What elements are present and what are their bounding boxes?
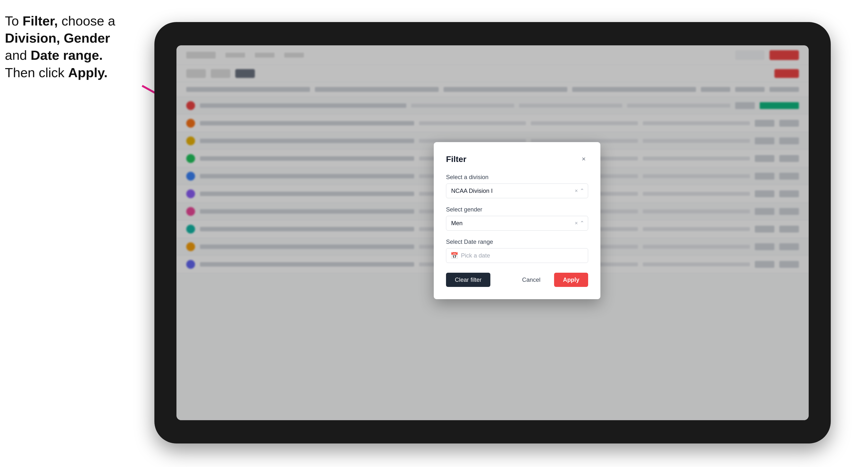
modal-footer: Clear filter Cancel Apply (446, 273, 588, 287)
clear-filter-button[interactable]: Clear filter (446, 273, 490, 287)
division-label: Select a division (446, 174, 588, 181)
instruction-then: Then click (5, 65, 68, 80)
date-input-wrapper: 📅 Pick a date (446, 248, 588, 263)
modal-overlay: Filter × Select a division NCAA Division… (177, 45, 809, 420)
division-select[interactable]: NCAA Division I NCAA Division II NCAA Di… (446, 184, 588, 198)
gender-select-wrapper: Men Women Co-ed × ⌃ (446, 216, 588, 230)
filter-modal: Filter × Select a division NCAA Division… (434, 142, 600, 299)
instruction-division-bold: Division, Gender (5, 31, 110, 45)
instruction-apply-bold: Apply. (68, 65, 107, 80)
modal-title: Filter (446, 154, 466, 164)
modal-footer-right: Cancel Apply (514, 273, 588, 287)
instruction-daterange-bold: Date range. (31, 48, 103, 62)
calendar-icon: 📅 (451, 252, 458, 259)
division-select-wrapper: NCAA Division I NCAA Division II NCAA Di… (446, 184, 588, 198)
instruction-filter-bold: Filter, (23, 13, 58, 28)
date-input[interactable]: Pick a date (446, 248, 588, 263)
gender-form-group: Select gender Men Women Co-ed × ⌃ (446, 206, 588, 230)
instruction-prefix: To (5, 13, 23, 28)
date-placeholder: Pick a date (461, 252, 490, 259)
instruction-text: To Filter, choose a Division, Gender and… (5, 12, 147, 81)
apply-button[interactable]: Apply (554, 273, 588, 287)
date-label: Select Date range (446, 239, 588, 245)
close-icon[interactable]: × (579, 155, 588, 163)
cancel-button[interactable]: Cancel (514, 273, 550, 287)
date-form-group: Select Date range 📅 Pick a date (446, 239, 588, 263)
gender-select[interactable]: Men Women Co-ed (446, 216, 588, 230)
modal-header: Filter × (446, 154, 588, 164)
gender-clear-icon[interactable]: × (575, 220, 578, 226)
instruction-and: and (5, 48, 31, 62)
division-form-group: Select a division NCAA Division I NCAA D… (446, 174, 588, 198)
division-clear-icon[interactable]: × (575, 188, 578, 194)
tablet-frame: Filter × Select a division NCAA Division… (154, 22, 831, 443)
gender-label: Select gender (446, 206, 588, 213)
instruction-middle: choose a (58, 13, 115, 28)
tablet-screen: Filter × Select a division NCAA Division… (177, 45, 809, 420)
